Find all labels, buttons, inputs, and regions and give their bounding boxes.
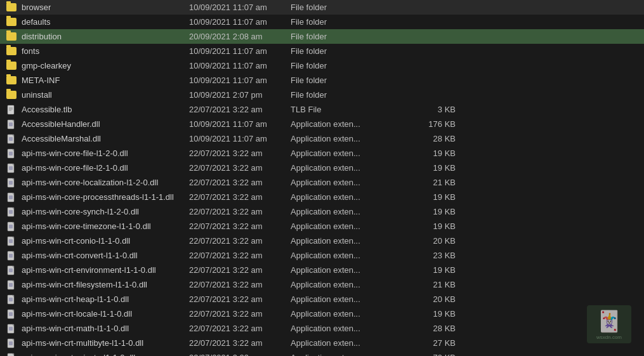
file-date: 22/07/2021 3:22 am — [189, 280, 291, 289]
dll-icon — [5, 206, 18, 218]
table-row[interactable]: Accessible.tlb22/07/2021 3:22 amTLB File… — [0, 102, 644, 117]
table-row[interactable]: api-ms-win-crt-heap-l1-1-0.dll22/07/2021… — [0, 292, 644, 307]
table-row[interactable]: fonts10/09/2021 11:07 amFile folder — [0, 44, 644, 58]
table-row[interactable]: api-ms-win-core-file-l1-2-0.dll22/07/202… — [0, 146, 644, 161]
svg-rect-36 — [9, 268, 13, 272]
table-row[interactable]: distribution20/09/2021 2:08 amFile folde… — [0, 29, 644, 44]
folder-icon — [5, 16, 18, 29]
file-type: Application exten... — [291, 134, 405, 143]
dll-icon — [5, 162, 18, 175]
svg-rect-33 — [9, 254, 13, 258]
dll-icon — [5, 293, 18, 306]
table-row[interactable]: api-ms-win-core-timezone-l1-1-0.dll22/07… — [0, 219, 644, 234]
table-row[interactable]: api-ms-win-core-file-l2-1-0.dll22/07/202… — [0, 161, 644, 175]
file-type: Application exten... — [291, 280, 405, 289]
table-row[interactable]: api-ms-win-crt-private-l1-1-0.dll22/07/2… — [0, 350, 644, 356]
table-row[interactable]: gmp-clearkey10/09/2021 11:07 amFile fold… — [0, 58, 644, 73]
svg-rect-24 — [9, 210, 13, 214]
file-type: File folder — [291, 3, 405, 12]
file-date: 10/09/2021 11:07 am — [189, 76, 291, 85]
file-size: 19 KB — [405, 221, 456, 231]
watermark-icon: 🃏 — [596, 309, 622, 333]
file-type: File folder — [291, 32, 405, 41]
file-name: api-ms-win-crt-filesystem-l1-1-0.dll — [5, 279, 189, 291]
file-type: Application exten... — [291, 192, 405, 202]
file-type: Application exten... — [291, 324, 405, 333]
table-row[interactable]: api-ms-win-crt-multibyte-l1-1-0.dll22/07… — [0, 336, 644, 350]
file-type: Application exten... — [291, 353, 405, 356]
file-date: 22/07/2021 3:22 am — [189, 294, 291, 304]
table-row[interactable]: api-ms-win-core-processthreads-l1-1-1.dl… — [0, 190, 644, 204]
table-row[interactable]: api-ms-win-crt-filesystem-l1-1-0.dll22/0… — [0, 277, 644, 292]
table-row[interactable]: api-ms-win-crt-conio-l1-1-0.dll22/07/202… — [0, 234, 644, 248]
file-name: api-ms-win-core-timezone-l1-1-0.dll — [5, 220, 189, 233]
folder-icon — [5, 1, 18, 14]
file-name: META-INF — [5, 74, 189, 87]
dll-icon — [5, 235, 18, 247]
file-name: distribution — [5, 30, 189, 43]
file-type: Application exten... — [291, 338, 405, 348]
file-type: Application exten... — [291, 178, 405, 187]
watermark: 🃏 wsxdn.com — [587, 305, 631, 343]
svg-rect-51 — [9, 341, 13, 345]
table-row[interactable]: AccessibleMarshal.dll10/09/2021 11:07 am… — [0, 131, 644, 146]
svg-rect-6 — [9, 122, 13, 126]
file-name: api-ms-win-crt-heap-l1-1-0.dll — [5, 293, 189, 306]
watermark-text: wsxdn.com — [596, 334, 622, 340]
table-row[interactable]: defaults10/09/2021 11:07 amFile folder — [0, 15, 644, 29]
svg-rect-45 — [9, 312, 13, 316]
file-date: 20/09/2021 2:08 am — [189, 32, 291, 41]
file-type: TLB File — [291, 105, 405, 114]
file-type: Application exten... — [291, 251, 405, 260]
dll-icon — [5, 191, 18, 204]
file-date: 22/07/2021 3:22 am — [189, 324, 291, 333]
file-name: api-ms-win-core-localization-l1-2-0.dll — [5, 176, 189, 189]
dll-icon — [5, 264, 18, 277]
file-name: api-ms-win-crt-private-l1-1-0.dll — [5, 352, 189, 357]
file-size: 20 KB — [405, 294, 456, 304]
file-date: 22/07/2021 3:22 am — [189, 353, 291, 356]
table-row[interactable]: browser10/09/2021 11:07 amFile folder — [0, 0, 644, 15]
table-row[interactable]: META-INF10/09/2021 11:07 amFile folder — [0, 73, 644, 88]
svg-rect-18 — [9, 181, 13, 185]
table-row[interactable]: AccessibleHandler.dll10/09/2021 11:07 am… — [0, 117, 644, 131]
file-type: Application exten... — [291, 207, 405, 216]
file-type: Application exten... — [291, 119, 405, 129]
file-size: 19 KB — [405, 207, 456, 216]
file-size: 21 KB — [405, 178, 456, 187]
file-name: api-ms-win-core-processthreads-l1-1-1.dl… — [5, 191, 189, 204]
file-name: api-ms-win-crt-locale-l1-1-0.dll — [5, 308, 189, 320]
file-date: 10/09/2021 11:07 am — [189, 134, 291, 143]
file-list: browser10/09/2021 11:07 amFile folderdef… — [0, 0, 644, 356]
svg-rect-12 — [9, 152, 13, 155]
file-name: api-ms-win-crt-convert-l1-1-0.dll — [5, 249, 189, 262]
file-size: 21 KB — [405, 280, 456, 289]
file-date: 22/07/2021 3:22 am — [189, 309, 291, 319]
table-row[interactable]: api-ms-win-core-synch-l1-2-0.dll22/07/20… — [0, 204, 644, 219]
file-size: 3 KB — [405, 105, 456, 114]
file-type: File folder — [291, 61, 405, 70]
file-size: 20 KB — [405, 236, 456, 246]
file-size: 176 KB — [405, 119, 456, 129]
file-size: 27 KB — [405, 338, 456, 348]
file-name: AccessibleMarshal.dll — [5, 133, 189, 145]
file-date: 10/09/2021 11:07 am — [189, 3, 291, 12]
table-row[interactable]: api-ms-win-crt-environment-l1-1-0.dll22/… — [0, 263, 644, 277]
svg-rect-48 — [9, 327, 13, 331]
file-name: uninstall — [5, 89, 189, 102]
file-date: 22/07/2021 3:22 am — [189, 105, 291, 114]
svg-rect-30 — [9, 239, 13, 243]
table-row[interactable]: api-ms-win-crt-convert-l1-1-0.dll22/07/2… — [0, 248, 644, 263]
dll-icon — [5, 308, 18, 320]
dll-icon — [5, 147, 18, 160]
folder-icon — [5, 60, 18, 72]
file-name: api-ms-win-core-file-l1-2-0.dll — [5, 147, 189, 160]
table-row[interactable]: api-ms-win-crt-math-l1-1-0.dll22/07/2021… — [0, 321, 644, 336]
table-row[interactable]: api-ms-win-core-localization-l1-2-0.dll2… — [0, 175, 644, 190]
file-date: 10/09/2021 11:07 am — [189, 46, 291, 56]
file-date: 22/07/2021 3:22 am — [189, 178, 291, 187]
table-row[interactable]: api-ms-win-crt-locale-l1-1-0.dll22/07/20… — [0, 307, 644, 321]
table-row[interactable]: uninstall10/09/2021 2:07 pmFile folder — [0, 88, 644, 102]
file-size: 19 KB — [405, 163, 456, 173]
file-name: browser — [5, 1, 189, 14]
